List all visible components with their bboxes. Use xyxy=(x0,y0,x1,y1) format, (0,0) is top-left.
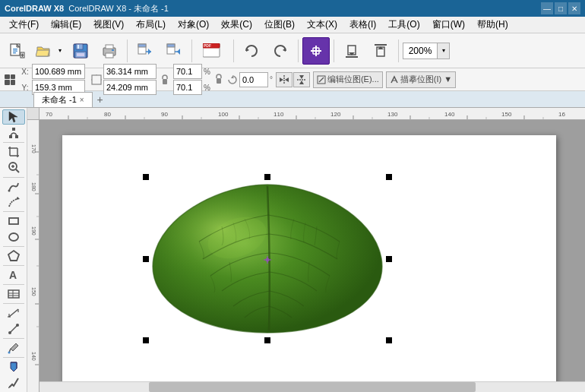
pdf-button[interactable]: PDF xyxy=(196,37,229,65)
svg-rect-14 xyxy=(106,45,113,49)
tool-eyedrop[interactable] xyxy=(2,340,25,356)
menu-text[interactable]: 文本(X) xyxy=(301,17,343,33)
menu-edit[interactable]: 编辑(E) xyxy=(45,17,87,33)
trace-bitmap-button[interactable]: 描摹位图(I) ▼ xyxy=(386,71,456,88)
svg-text:180: 180 xyxy=(31,182,36,191)
svg-marker-47 xyxy=(280,77,283,82)
svg-marker-29 xyxy=(283,48,286,52)
tool-rectangle[interactable] xyxy=(2,213,25,229)
menu-object[interactable]: 对象(O) xyxy=(172,17,215,33)
tool-node[interactable] xyxy=(2,125,25,140)
align-down-button[interactable] xyxy=(338,37,365,65)
maximize-button[interactable]: □ xyxy=(555,2,567,14)
tool-fill[interactable] xyxy=(2,359,25,375)
tab-close-button[interactable]: × xyxy=(80,96,84,104)
svg-rect-12 xyxy=(77,53,84,56)
zoom-dropdown[interactable]: ▾ xyxy=(437,43,449,58)
tool-polygon[interactable] xyxy=(2,248,25,264)
handle-middle-left[interactable] xyxy=(143,256,149,262)
tool-zoom[interactable] xyxy=(2,160,25,175)
x-input[interactable] xyxy=(32,64,85,79)
edit-bitmap-button[interactable]: 编辑位图(E)... xyxy=(313,71,383,88)
special-button[interactable] xyxy=(302,37,330,65)
tool-outline[interactable] xyxy=(2,375,25,390)
title-bar: CorelDRAW X8 CorelDRAW X8 - 未命名 -1 — □ ✕ xyxy=(0,0,585,17)
align-up-button[interactable] xyxy=(367,37,394,65)
redo-button[interactable] xyxy=(267,37,294,65)
tool-ellipse[interactable] xyxy=(2,229,25,244)
lock-section xyxy=(161,74,169,85)
new-button[interactable] xyxy=(3,37,30,65)
open-dropdown[interactable]: ▾ xyxy=(55,37,65,65)
toolbox-sep-1 xyxy=(3,142,24,143)
tool-parallel[interactable] xyxy=(2,305,25,321)
tool-freehand[interactable] xyxy=(2,179,25,194)
h-scrollbar[interactable] xyxy=(40,381,585,392)
handle-top-right[interactable] xyxy=(386,174,392,180)
print-button[interactable] xyxy=(96,37,123,65)
width-input[interactable] xyxy=(103,64,157,79)
menu-window[interactable]: 窗口(W) xyxy=(426,17,471,33)
tool-text[interactable]: A xyxy=(2,267,25,283)
tool-table[interactable] xyxy=(2,286,25,302)
document-tab[interactable]: 未命名 -1 × xyxy=(33,92,93,107)
rotation-input[interactable] xyxy=(239,72,268,87)
toolbar: ▾ xyxy=(0,33,585,68)
menu-help[interactable]: 帮助(H) xyxy=(471,17,514,33)
export-button[interactable] xyxy=(160,37,188,65)
zoom-control[interactable]: 200% ▾ xyxy=(403,43,450,59)
menu-effects[interactable]: 效果(C) xyxy=(215,17,258,33)
leaf-object[interactable] xyxy=(146,177,389,340)
scale-h-input[interactable] xyxy=(173,80,202,95)
separator-3 xyxy=(233,40,234,62)
size-inputs xyxy=(103,64,157,95)
height-input[interactable] xyxy=(103,80,157,95)
mirror-h-button[interactable] xyxy=(276,72,292,87)
size-icon xyxy=(91,74,102,85)
zoom-input[interactable]: 200% xyxy=(403,46,437,56)
close-button[interactable]: ✕ xyxy=(568,2,580,14)
handle-bottom-right[interactable] xyxy=(386,337,392,343)
menu-file[interactable]: 文件(F) xyxy=(3,17,45,33)
handle-top-middle[interactable] xyxy=(264,174,270,180)
svg-rect-15 xyxy=(106,53,113,58)
toolbox-sep-7 xyxy=(3,303,24,304)
trace-icon xyxy=(390,75,399,84)
x-label: X: xyxy=(20,68,30,76)
canvas-area[interactable]: 70 80 90 100 110 120 130 140 150 16 xyxy=(27,108,585,392)
svg-rect-4 xyxy=(13,52,16,53)
tool-select[interactable] xyxy=(2,109,25,125)
save-button[interactable] xyxy=(67,37,94,65)
menu-bitmap[interactable]: 位图(B) xyxy=(258,17,301,33)
tool-crop[interactable] xyxy=(2,144,25,160)
handle-top-left[interactable] xyxy=(143,174,149,180)
menu-table[interactable]: 表格(I) xyxy=(343,17,382,33)
svg-rect-2 xyxy=(13,49,17,49)
tool-smartdraw[interactable] xyxy=(2,194,25,210)
ruler-top: 70 80 90 100 110 120 130 140 150 16 xyxy=(40,108,585,120)
separator-4 xyxy=(298,40,299,62)
ruler-left: 170 180 190 150 140 xyxy=(27,120,40,392)
import-button[interactable] xyxy=(131,37,159,65)
open-button[interactable] xyxy=(32,37,55,65)
handle-bottom-left[interactable] xyxy=(143,337,149,343)
window-title: CorelDRAW X8 - 未命名 -1 xyxy=(68,3,541,14)
mirror-v-button[interactable] xyxy=(293,72,310,87)
new-tab-button[interactable]: + xyxy=(93,92,108,107)
svg-text:16: 16 xyxy=(558,111,565,118)
edit-bitmap-label: 编辑位图(E)... xyxy=(327,74,379,85)
menu-layout[interactable]: 布局(L) xyxy=(130,17,172,33)
menu-view[interactable]: 视图(V) xyxy=(87,17,130,33)
svg-text:190: 190 xyxy=(31,226,36,236)
tool-connect[interactable] xyxy=(2,321,25,337)
scale-h-row: % xyxy=(173,80,210,95)
handle-middle-right[interactable] xyxy=(386,256,392,262)
minimize-button[interactable]: — xyxy=(541,2,553,14)
scale-w-input[interactable] xyxy=(173,64,202,79)
mirror-section xyxy=(276,72,310,87)
tab-bar: 未命名 -1 × + xyxy=(0,91,585,108)
undo-button[interactable] xyxy=(238,37,265,65)
handle-bottom-middle[interactable] xyxy=(264,337,270,343)
toolbox-sep-8 xyxy=(3,338,24,339)
menu-tools[interactable]: 工具(O) xyxy=(382,17,425,33)
